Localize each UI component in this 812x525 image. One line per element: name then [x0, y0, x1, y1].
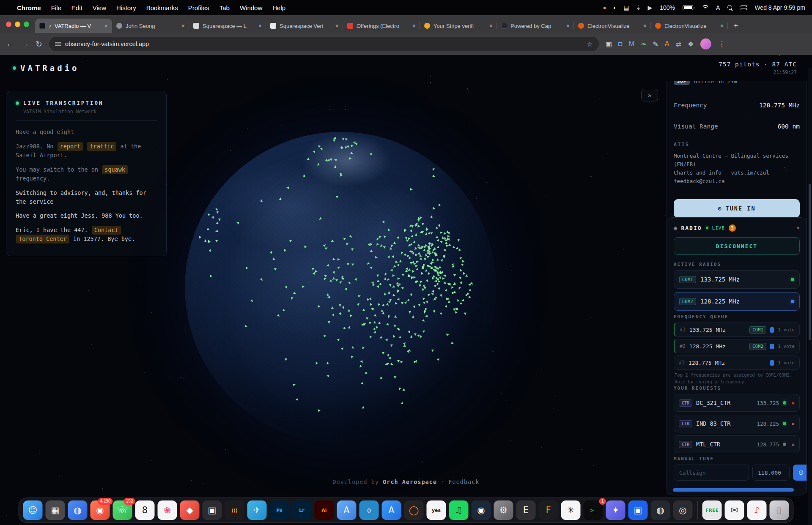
- menu-window[interactable]: Window: [240, 4, 262, 11]
- dock-mail[interactable]: ✉: [725, 500, 744, 520]
- keyword-chip[interactable]: traffic: [87, 142, 116, 151]
- extension-puzzle-icon[interactable]: ▣: [606, 40, 612, 48]
- tab-close-icon[interactable]: ×: [258, 22, 262, 29]
- request-row-3[interactable]: CTR MTL_CTR 128.775 ×: [674, 435, 800, 453]
- dock-launchpad[interactable]: ▦: [46, 500, 65, 520]
- extension-translate-icon[interactable]: ⇄: [676, 40, 681, 48]
- tab-close-icon[interactable]: ×: [643, 22, 647, 29]
- playback-icon[interactable]: ▶: [647, 4, 652, 11]
- dock-trash[interactable]: ▯: [770, 500, 789, 520]
- dock-yes-app[interactable]: yes: [427, 500, 446, 520]
- site-settings-icon[interactable]: [55, 41, 61, 46]
- tab-close-icon[interactable]: ×: [181, 22, 185, 29]
- globe[interactable]: [185, 132, 496, 443]
- tab-squarespace-1[interactable]: Squarespace — L ×: [189, 19, 266, 33]
- radio-panel-header[interactable]: ◉ RADIO LIVE 3 ▾: [674, 224, 800, 232]
- tab-stripe[interactable]: Your Stripe verifi ×: [420, 19, 497, 33]
- request-row-2[interactable]: CTR IND_83_CTR 128.225 ×: [674, 415, 800, 432]
- tab-squarespace-2[interactable]: Squarespace Veri ×: [266, 19, 343, 33]
- dock-warp-terminal[interactable]: ⟩⟩⟩: [225, 500, 244, 520]
- queue-row-2[interactable]: #2 128.225 MHz COM2 1 vote: [674, 339, 800, 353]
- remove-request-icon[interactable]: ×: [791, 421, 795, 427]
- menu-profiles[interactable]: Profiles: [188, 4, 209, 11]
- dock-telegram[interactable]: ✈: [247, 500, 267, 520]
- dock-app-blue-2[interactable]: A: [337, 500, 357, 520]
- keyword-chip[interactable]: Toronto Center: [16, 235, 69, 243]
- tab-vatradio[interactable]: ♪ VATRadio — V ×: [35, 19, 112, 33]
- dock-app-blue[interactable]: ◍: [68, 500, 88, 520]
- back-button[interactable]: ←: [6, 39, 14, 49]
- menu-help[interactable]: Help: [272, 4, 285, 11]
- dock-photos[interactable]: ❀: [158, 500, 177, 520]
- siri-icon[interactable]: ◐: [613, 4, 617, 11]
- menu-tab[interactable]: Tab: [219, 4, 230, 11]
- control-center-icon[interactable]: [741, 5, 747, 11]
- footer-brand-link[interactable]: Orch Aerospace: [383, 479, 437, 485]
- menu-extra-orange[interactable]: ●: [603, 4, 606, 11]
- dock-app-store[interactable]: A: [382, 500, 401, 520]
- vote-icon[interactable]: [770, 344, 774, 349]
- zoom-window-button[interactable]: [24, 22, 29, 27]
- disconnect-button[interactable]: DISCONNECT: [674, 237, 800, 255]
- dock-steam[interactable]: ◉: [472, 500, 491, 520]
- extension-grid-icon[interactable]: ❖: [688, 40, 694, 48]
- profile-avatar[interactable]: [700, 38, 711, 49]
- dock-free-app[interactable]: FREE: [702, 500, 722, 520]
- url-text[interactable]: obsurvey-for-vatsim.vercel.app: [65, 41, 583, 47]
- tab-electron-2[interactable]: ElectronVisualize ×: [651, 19, 728, 33]
- remove-request-icon[interactable]: ×: [791, 400, 795, 406]
- dock-music[interactable]: ♪: [747, 500, 767, 520]
- dock-obs[interactable]: ◎: [673, 500, 693, 520]
- close-window-button[interactable]: [6, 22, 11, 27]
- active-radio-com2[interactable]: COM2 128.225 MHz: [674, 292, 800, 311]
- feedback-link[interactable]: Feedback: [448, 479, 479, 485]
- active-radio-com1[interactable]: COM1 133.725 MHz: [674, 270, 800, 289]
- menu-clock[interactable]: Wed 8 Apr 9:59 pm: [754, 4, 805, 11]
- extension-green-icon[interactable]: ❧: [641, 40, 646, 48]
- spotlight-icon[interactable]: [727, 5, 733, 11]
- tune-in-button[interactable]: ⊙ TUNE IN: [674, 199, 800, 218]
- frequency-input[interactable]: [752, 465, 790, 481]
- menu-edit[interactable]: Edit: [71, 4, 82, 11]
- callsign-input[interactable]: [674, 465, 749, 481]
- tab-close-icon[interactable]: ×: [489, 22, 493, 29]
- request-row-1[interactable]: CTR DC_321_CTR 133.725 ×: [674, 394, 800, 412]
- menu-file[interactable]: File: [51, 4, 61, 11]
- tab-john-seong[interactable]: John Seong ×: [112, 19, 189, 33]
- dock-messages-green[interactable]: ☏192: [113, 500, 132, 520]
- dock-spotify[interactable]: ♫: [449, 500, 469, 520]
- dock-browser-orange[interactable]: ◉4,290: [91, 500, 110, 520]
- dock-app-red[interactable]: ◆: [180, 500, 200, 520]
- dock-camera-dark[interactable]: ▣: [203, 500, 222, 520]
- vote-icon[interactable]: [770, 327, 774, 333]
- menu-history[interactable]: History: [116, 4, 136, 11]
- wifi-icon[interactable]: [701, 5, 708, 11]
- tab-powered-by[interactable]: Powered by Cap ×: [497, 19, 574, 33]
- minimize-window-button[interactable]: [15, 22, 20, 27]
- tab-audio-icon[interactable]: ♪: [49, 23, 51, 29]
- extension-pen-icon[interactable]: ✎: [653, 40, 658, 48]
- input-source-icon[interactable]: A: [716, 4, 720, 11]
- extension-a-icon[interactable]: A: [665, 40, 669, 48]
- vote-icon[interactable]: [770, 360, 774, 366]
- menu-chrome[interactable]: Chrome: [17, 4, 41, 11]
- dock-chatgpt[interactable]: ✳: [561, 500, 581, 520]
- menu-view[interactable]: View: [93, 4, 106, 11]
- remove-request-icon[interactable]: ×: [791, 441, 795, 448]
- keyword-chip[interactable]: report: [58, 142, 83, 151]
- extension-m-icon[interactable]: M: [629, 40, 634, 48]
- dock-github-desktop[interactable]: ◍: [651, 500, 670, 520]
- dock-docker[interactable]: ▣: [628, 500, 648, 520]
- battery-icon[interactable]: [683, 5, 693, 10]
- browser-menu-icon[interactable]: ⋮: [718, 40, 725, 49]
- tab-close-icon[interactable]: ×: [720, 22, 724, 29]
- scrollbar-thumb[interactable]: [809, 184, 811, 340]
- tab-close-icon[interactable]: ×: [335, 22, 339, 29]
- collapse-panel-button[interactable]: »: [641, 89, 658, 101]
- dock-finder[interactable]: ☺: [23, 500, 43, 520]
- dock-calendar[interactable]: 8: [135, 500, 155, 520]
- tab-close-icon[interactable]: ×: [104, 22, 108, 29]
- dock-lightroom[interactable]: Lr: [292, 500, 312, 520]
- panel-scroll-indicator[interactable]: [673, 488, 794, 492]
- dock-illustrator[interactable]: Ai: [315, 500, 334, 520]
